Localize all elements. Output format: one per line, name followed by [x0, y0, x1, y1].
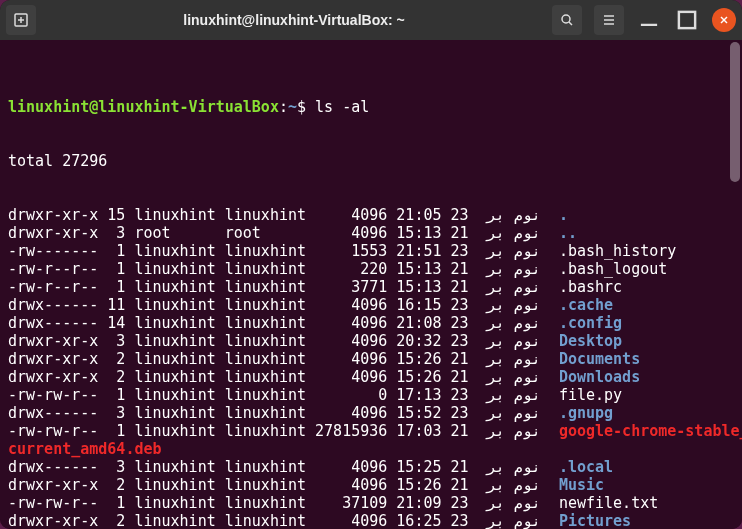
file-name: .config [559, 314, 622, 332]
month-label: نوم بر [487, 386, 541, 404]
file-meta: drwxr-xr-x 3 root root 4096 15:13 21 [8, 224, 487, 242]
file-meta: drwx------ 3 linuxhint linuxhint 4096 15… [8, 404, 487, 422]
file-name: Documents [559, 350, 640, 368]
minimize-icon [636, 7, 662, 33]
prompt-colon: : [279, 98, 288, 116]
file-meta: drwx------ 3 linuxhint linuxhint 4096 15… [8, 458, 487, 476]
table-row: drwx------ 3 linuxhint linuxhint 4096 15… [8, 458, 734, 476]
table-row: drwxr-xr-x 2 linuxhint linuxhint 4096 15… [8, 350, 734, 368]
table-row: -rw-r--r-- 1 linuxhint linuxhint 3771 15… [8, 278, 734, 296]
svg-point-3 [562, 15, 570, 23]
month-label: نوم بر [487, 314, 541, 332]
file-name: file.py [559, 386, 622, 404]
month-label: نوم بر [487, 224, 541, 242]
search-button[interactable] [552, 5, 582, 35]
table-row: drwx------ 14 linuxhint linuxhint 4096 2… [8, 314, 734, 332]
table-row: drwx------ 3 linuxhint linuxhint 4096 15… [8, 404, 734, 422]
scrollbar-thumb[interactable] [730, 42, 740, 182]
total-line: total 27296 [8, 152, 734, 170]
file-meta: drwxr-xr-x 2 linuxhint linuxhint 4096 15… [8, 476, 487, 494]
table-row: drwxr-xr-x 2 linuxhint linuxhint 4096 16… [8, 512, 734, 529]
new-tab-icon [13, 12, 29, 28]
file-name: .gnupg [559, 404, 613, 422]
close-icon [718, 14, 730, 26]
file-name: .cache [559, 296, 613, 314]
file-meta: -rw-rw-r-- 1 linuxhint linuxhint 2781593… [8, 422, 487, 440]
file-meta: -rw-rw-r-- 1 linuxhint linuxhint 0 17:13… [8, 386, 487, 404]
table-row: drwxr-xr-x 2 linuxhint linuxhint 4096 15… [8, 368, 734, 386]
file-name: newfile.txt [559, 494, 658, 512]
file-name: .local [559, 458, 613, 476]
month-label: نوم بر [487, 260, 541, 278]
file-meta: drwx------ 14 linuxhint linuxhint 4096 2… [8, 314, 487, 332]
file-name: .bash_logout [559, 260, 667, 278]
file-meta: drwxr-xr-x 2 linuxhint linuxhint 4096 15… [8, 350, 487, 368]
maximize-icon [674, 7, 700, 33]
month-label: نوم بر [487, 512, 541, 529]
terminal-window: linuxhint@linuxhint-VirtualBox: ~ linuxh… [0, 0, 742, 529]
file-name: Downloads [559, 368, 640, 386]
file-meta: drwxr-xr-x 15 linuxhint linuxhint 4096 2… [8, 206, 487, 224]
month-label: نوم بر [487, 404, 541, 422]
menu-button[interactable] [594, 5, 624, 35]
file-name: . [559, 206, 568, 224]
search-icon [559, 12, 575, 28]
file-meta: drwxr-xr-x 2 linuxhint linuxhint 4096 16… [8, 512, 487, 529]
month-label: نوم بر [487, 458, 541, 476]
month-label: نوم بر [487, 278, 541, 296]
file-meta: -rw-r--r-- 1 linuxhint linuxhint 220 15:… [8, 260, 487, 278]
close-button[interactable] [712, 8, 736, 32]
month-label: نوم بر [487, 350, 541, 368]
new-tab-button[interactable] [6, 5, 36, 35]
table-row: -rw-rw-r-- 1 linuxhint linuxhint 0 17:13… [8, 386, 734, 404]
file-name: Desktop [559, 332, 622, 350]
file-meta: drwxr-xr-x 2 linuxhint linuxhint 4096 15… [8, 368, 487, 386]
file-name: .bashrc [559, 278, 622, 296]
table-row: -rw-r--r-- 1 linuxhint linuxhint 220 15:… [8, 260, 734, 278]
file-listing: drwxr-xr-x 15 linuxhint linuxhint 4096 2… [8, 206, 734, 529]
file-meta: -rw------- 1 linuxhint linuxhint 1553 21… [8, 242, 487, 260]
file-meta: drwxr-xr-x 3 linuxhint linuxhint 4096 20… [8, 332, 487, 350]
month-label: نوم بر [487, 494, 541, 512]
table-row: -rw-rw-r-- 1 linuxhint linuxhint 2781593… [8, 422, 734, 440]
table-row: drwx------ 11 linuxhint linuxhint 4096 1… [8, 296, 734, 314]
prompt-dollar: $ [297, 98, 315, 116]
terminal-body[interactable]: linuxhint@linuxhint-VirtualBox:~$ ls -al… [0, 40, 742, 529]
file-meta: -rw-r--r-- 1 linuxhint linuxhint 3771 15… [8, 278, 487, 296]
month-label: نوم بر [487, 296, 541, 314]
file-name: .. [559, 224, 577, 242]
svg-rect-9 [679, 12, 695, 28]
table-row-wrapped: current_amd64.deb [8, 440, 734, 458]
prompt-user-host: linuxhint@linuxhint-VirtualBox [8, 98, 279, 116]
minimize-button[interactable] [636, 7, 662, 33]
maximize-button[interactable] [674, 7, 700, 33]
table-row: -rw------- 1 linuxhint linuxhint 1553 21… [8, 242, 734, 260]
svg-line-4 [569, 22, 572, 25]
file-name: .bash_history [559, 242, 676, 260]
month-label: نوم بر [487, 422, 541, 440]
prompt-line: linuxhint@linuxhint-VirtualBox:~$ ls -al [8, 98, 734, 116]
table-row: -rw-rw-r-- 1 linuxhint linuxhint 37109 2… [8, 494, 734, 512]
file-meta: -rw-rw-r-- 1 linuxhint linuxhint 37109 2… [8, 494, 487, 512]
file-name: google-chrome-stable_ [559, 422, 742, 440]
hamburger-icon [601, 12, 617, 28]
window-title: linuxhint@linuxhint-VirtualBox: ~ [42, 12, 546, 28]
titlebar: linuxhint@linuxhint-VirtualBox: ~ [0, 0, 742, 40]
file-name: Pictures [559, 512, 631, 529]
file-name: current_amd64.deb [8, 440, 162, 458]
table-row: drwxr-xr-x 3 linuxhint linuxhint 4096 20… [8, 332, 734, 350]
file-meta: drwx------ 11 linuxhint linuxhint 4096 1… [8, 296, 487, 314]
table-row: drwxr-xr-x 3 root root 4096 15:13 21 نوم… [8, 224, 734, 242]
month-label: نوم بر [487, 332, 541, 350]
table-row: drwxr-xr-x 15 linuxhint linuxhint 4096 2… [8, 206, 734, 224]
file-name: Music [559, 476, 604, 494]
month-label: نوم بر [487, 368, 541, 386]
month-label: نوم بر [487, 242, 541, 260]
table-row: drwxr-xr-x 2 linuxhint linuxhint 4096 15… [8, 476, 734, 494]
prompt-path: ~ [288, 98, 297, 116]
month-label: نوم بر [487, 476, 541, 494]
month-label: نوم بر [487, 206, 541, 224]
prompt-command: ls -al [315, 98, 369, 116]
